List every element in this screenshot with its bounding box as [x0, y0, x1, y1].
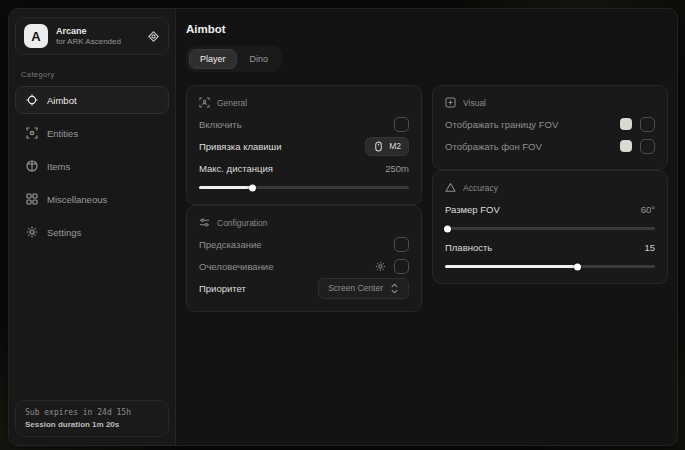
distance-row: Макс. дистанция 250m: [199, 157, 409, 179]
enable-checkbox[interactable]: [394, 117, 409, 132]
sidebar-item-label: Settings: [47, 227, 81, 238]
prediction-row: Предсказание: [199, 233, 409, 255]
fov-size-slider-thumb[interactable]: [444, 225, 451, 232]
fov-bg-checkbox[interactable]: [640, 139, 655, 154]
priority-dropdown[interactable]: Screen Center: [318, 278, 409, 299]
distance-slider[interactable]: [199, 186, 409, 189]
general-card-header: General: [199, 97, 409, 108]
accuracy-card-header: Accuracy: [445, 182, 655, 193]
humanization-settings-gear-icon[interactable]: [375, 261, 386, 272]
person-focus-icon: [199, 97, 210, 108]
chevron-up-down-icon: [390, 283, 399, 294]
accuracy-card-title: Accuracy: [463, 183, 498, 193]
sidebar-item-label: Miscellaneous: [47, 194, 107, 205]
fov-bg-label: Отображать фон FOV: [445, 141, 542, 152]
visual-card-header: Visual: [445, 97, 655, 108]
target-icon[interactable]: [147, 30, 160, 43]
sliders-icon: [199, 217, 210, 228]
distance-value: 250m: [385, 163, 409, 174]
entity-scan-icon: [26, 127, 38, 139]
enable-label: Включить: [199, 119, 242, 130]
fov-bg-row: Отображать фон FOV: [445, 135, 655, 157]
fov-size-label: Размер FOV: [445, 204, 500, 215]
app-name: Arcane: [56, 26, 121, 36]
app-logo: A: [24, 24, 48, 48]
fov-border-checkbox[interactable]: [640, 117, 655, 132]
tab-player[interactable]: Player: [189, 49, 237, 69]
main-content: Aimbot Player Dino General: [176, 9, 677, 445]
smoothness-slider-thumb[interactable]: [574, 263, 581, 270]
priority-dropdown-value: Screen Center: [328, 283, 383, 293]
fov-size-value: 60°: [641, 204, 655, 215]
general-card-title: General: [217, 98, 247, 108]
fov-bg-controls: [620, 139, 655, 154]
prediction-checkbox[interactable]: [394, 237, 409, 252]
priority-label: Приоритет: [199, 283, 246, 294]
tab-dino[interactable]: Dino: [239, 49, 280, 69]
cards-grid: General Включить Привязка клавиши: [186, 85, 669, 312]
keybind-button[interactable]: M2: [365, 137, 409, 156]
sidebar-item-settings[interactable]: Settings: [15, 218, 169, 246]
app-subtitle: for ARK Ascended: [56, 37, 121, 46]
fov-size-slider-fill: [445, 227, 447, 230]
fov-border-row: Отображать границу FOV: [445, 113, 655, 135]
fov-border-color-swatch[interactable]: [620, 118, 632, 130]
app-meta: Arcane for ARK Ascended: [56, 26, 121, 46]
sidebar-item-label: Aimbot: [47, 95, 77, 106]
right-column: Visual Отображать границу FOV Отображать…: [432, 85, 668, 284]
general-card: General Включить Привязка клавиши: [186, 85, 422, 205]
distance-slider-fill: [199, 186, 252, 189]
visual-card: Visual Отображать границу FOV Отображать…: [432, 85, 668, 170]
sidebar-item-miscellaneous[interactable]: Miscellaneous: [15, 185, 169, 213]
keybind-label: Привязка клавиши: [199, 141, 282, 152]
sidebar-item-items[interactable]: Items: [15, 152, 169, 180]
sidebar-item-label: Items: [47, 161, 70, 172]
subscription-expiry-text: Sub expires in 24d 15h: [25, 408, 159, 417]
fov-bg-color-swatch[interactable]: [620, 140, 632, 152]
accuracy-card: Accuracy Размер FOV 60° Плавность 15: [432, 170, 668, 284]
configuration-card: Configuration Предсказание Очеловечивани…: [186, 205, 422, 312]
distance-label: Макс. дистанция: [199, 163, 273, 174]
left-column: General Включить Привязка клавиши: [186, 85, 422, 312]
keybind-value: M2: [389, 141, 401, 151]
mouse-icon: [373, 141, 384, 152]
sidebar-footer: Sub expires in 24d 15h Session duration …: [15, 400, 169, 437]
triangle-icon: [445, 182, 456, 193]
smoothness-slider[interactable]: [445, 265, 655, 268]
sidebar-item-label: Entities: [47, 128, 78, 139]
crosshair-icon: [26, 94, 38, 106]
gear-icon: [26, 226, 38, 238]
box-icon: [26, 160, 38, 172]
keybind-row: Привязка клавиши M2: [199, 135, 409, 157]
configuration-card-title: Configuration: [217, 218, 268, 228]
fov-size-row: Размер FOV 60°: [445, 198, 655, 220]
image-icon: [445, 97, 456, 108]
distance-slider-thumb[interactable]: [249, 184, 256, 191]
fov-border-controls: [620, 117, 655, 132]
humanization-row: Очеловечивание: [199, 255, 409, 277]
session-duration-text: Session duration 1m 20s: [25, 420, 159, 429]
sidebar: A Arcane for ARK Ascended Category: [9, 9, 176, 445]
sidebar-item-aimbot[interactable]: Aimbot: [15, 86, 169, 114]
humanization-controls: [375, 259, 409, 274]
grid-icon: [26, 193, 38, 205]
sidebar-item-entities[interactable]: Entities: [15, 119, 169, 147]
enable-row: Включить: [199, 113, 409, 135]
sidebar-header: A Arcane for ARK Ascended: [15, 17, 169, 55]
visual-card-title: Visual: [463, 98, 486, 108]
fov-border-label: Отображать границу FOV: [445, 119, 558, 130]
priority-row: Приоритет Screen Center: [199, 277, 409, 299]
sidebar-nav: Aimbot Entities Items: [9, 86, 175, 251]
page-title: Aimbot: [186, 23, 669, 35]
category-label: Category: [21, 70, 163, 79]
smoothness-slider-fill: [445, 265, 577, 268]
fov-size-slider[interactable]: [445, 227, 655, 230]
prediction-label: Предсказание: [199, 239, 262, 250]
smoothness-value: 15: [644, 242, 655, 253]
app-window: A Arcane for ARK Ascended Category: [8, 8, 678, 446]
humanization-checkbox[interactable]: [394, 259, 409, 274]
smoothness-label: Плавность: [445, 242, 492, 253]
configuration-card-header: Configuration: [199, 217, 409, 228]
tab-bar: Player Dino: [186, 46, 282, 72]
humanization-label: Очеловечивание: [199, 261, 273, 272]
